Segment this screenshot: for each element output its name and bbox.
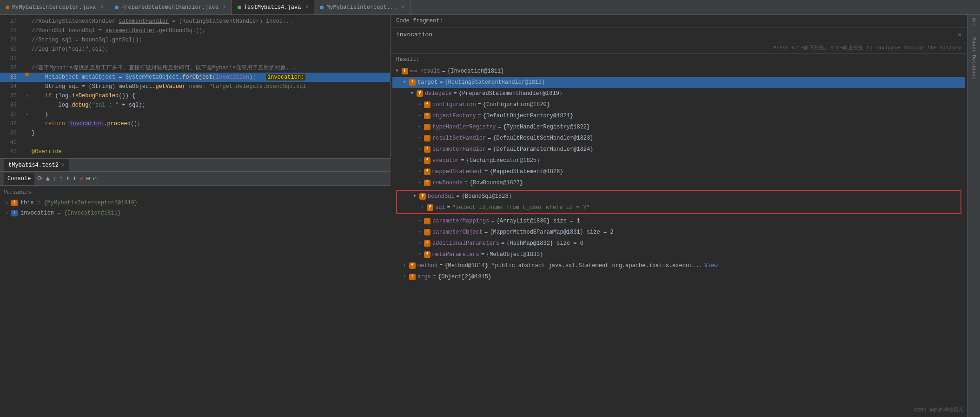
var-expand-invocation[interactable]: › bbox=[6, 211, 8, 216]
code-line-33: 33 MetaObject metaObject = SystemMetaObj… bbox=[0, 73, 390, 82]
tree-icon-parametermappings: f bbox=[424, 218, 430, 224]
tab-label-1: MyMybatisInterceptor.java bbox=[12, 4, 96, 11]
fragment-input-area[interactable]: invocation × bbox=[391, 27, 967, 42]
tree-expand-parameterhandler[interactable]: › bbox=[417, 144, 422, 155]
tree-expand-result[interactable]: ▼ bbox=[394, 66, 400, 76]
tree-item-target[interactable]: ▼ f target = {RoutingStatementHandler@18… bbox=[392, 77, 965, 88]
toolbar-download[interactable]: ↓ bbox=[53, 175, 56, 182]
tab-icon-2 bbox=[115, 6, 119, 9]
tree-item-method[interactable]: › f method = {Method@1814} *public abstr… bbox=[394, 260, 963, 271]
tree-icon-objectfactory: f bbox=[424, 113, 430, 119]
tree-icon-delegate: f bbox=[417, 90, 423, 97]
tree-icon-method: f bbox=[409, 262, 416, 269]
fragment-value: invocation bbox=[396, 31, 432, 38]
tree-item-parameterhandler[interactable]: › f parameterHandler = {DefaultParameter… bbox=[394, 144, 963, 155]
toolbar-down2[interactable]: ⬇ bbox=[73, 175, 76, 182]
toolbar-stop[interactable]: ▲ bbox=[46, 175, 49, 182]
tree-expand-args[interactable]: › bbox=[402, 272, 407, 282]
tree-icon-rowbounds: f bbox=[424, 180, 430, 186]
toolbar-rerun[interactable]: ⟳ bbox=[37, 175, 43, 182]
tree-expand-metaparameters[interactable]: › bbox=[417, 249, 422, 260]
code-line-37: 37 ⬦ } bbox=[0, 110, 390, 119]
tab-prepared-statement[interactable]: PreparedStatementHandler.java × bbox=[109, 0, 232, 14]
tree-item-args[interactable]: › f args = {Object[2]@1815} bbox=[394, 271, 963, 282]
toolbar-clear[interactable]: ✕ bbox=[79, 175, 83, 182]
result-tree[interactable]: ▼ f ∞∞ result = {Invocation@1811} ▼ f ta… bbox=[391, 66, 967, 417]
tab-mybatis-intercept[interactable]: MyMybatisIntercept... × bbox=[314, 0, 410, 14]
tab-close-3[interactable]: × bbox=[305, 5, 308, 10]
toolbar-wrap[interactable]: ↩ bbox=[93, 175, 96, 182]
tree-expand-mappedstatement[interactable]: › bbox=[417, 167, 422, 177]
variables-label: Variables bbox=[4, 189, 387, 195]
var-line-this[interactable]: › f this = {MyMybatisInterceptor2@1810} bbox=[4, 198, 387, 208]
tree-item-configuration[interactable]: › f configuration = {Configuration@1820} bbox=[394, 99, 963, 110]
tool-ant[interactable]: Ant bbox=[968, 17, 980, 28]
var-expand-this[interactable]: › bbox=[6, 201, 8, 206]
tab-close-2[interactable]: × bbox=[223, 5, 226, 10]
toolbar-upload[interactable]: ↑ bbox=[59, 175, 63, 182]
code-line-34: 34 String sql = (String) metaObject.getV… bbox=[0, 82, 390, 91]
tool-maven[interactable]: Maven bbox=[968, 39, 980, 50]
tree-expand-method[interactable]: › bbox=[402, 261, 407, 271]
tree-icon-args: f bbox=[409, 274, 416, 280]
right-panel: Code fragment: invocation × Press Alt+向下… bbox=[391, 15, 967, 417]
code-lines: 27 //RoutingStatementHandler satementHan… bbox=[0, 15, 390, 158]
tree-expand-configuration[interactable]: › bbox=[417, 100, 422, 110]
tree-expand-typehandler[interactable]: › bbox=[417, 122, 422, 132]
tree-icon-target: f bbox=[409, 79, 416, 86]
tree-expand-objectfactory[interactable]: › bbox=[417, 111, 422, 121]
tree-expand-delegate[interactable]: ▼ bbox=[409, 88, 415, 99]
tree-item-sql[interactable]: › f sql = "select id,name from t_user wh… bbox=[397, 202, 960, 213]
tab-close-1[interactable]: × bbox=[100, 5, 103, 10]
tool-database[interactable]: Database bbox=[968, 61, 980, 73]
red-box-boundsql: ▼ f boundSql = {BoundSql@1828} › f sql =… bbox=[396, 190, 961, 214]
tree-icon-parameterobject: f bbox=[424, 229, 430, 235]
code-line-39: 39 } bbox=[0, 128, 390, 138]
toolbar-up2[interactable]: ⬆ bbox=[66, 175, 70, 182]
tree-item-additionalparameters[interactable]: › f additionalParameters = {HashMap@1832… bbox=[394, 238, 963, 249]
tree-item-rowbounds[interactable]: › f rowBounds = {RowBounds@1827} bbox=[394, 177, 963, 188]
nav-hint: Press Alt+向下箭头, Alt+向上箭头 to navigate thr… bbox=[391, 42, 967, 54]
tab-mybatis-interceptor[interactable]: MyMybatisInterceptor.java × bbox=[0, 0, 109, 14]
bottom-tab-close[interactable]: × bbox=[61, 162, 65, 168]
tree-item-parametermappings[interactable]: › f parameterMappings = {ArrayList@1830}… bbox=[394, 215, 963, 227]
tree-item-executor[interactable]: › f executor = {CachingExecutor@1825} bbox=[394, 155, 963, 166]
code-line-31: 31 bbox=[0, 54, 390, 63]
toolbar-grid[interactable]: ⊞ bbox=[86, 175, 90, 182]
result-header: Result: bbox=[391, 54, 967, 66]
tree-item-result[interactable]: ▼ f ∞∞ result = {Invocation@1811} bbox=[394, 66, 963, 77]
tree-item-delegate[interactable]: ▼ f delegate = {PreparedStatementHandler… bbox=[394, 88, 963, 99]
tree-expand-additionalparameters[interactable]: › bbox=[417, 238, 422, 249]
tree-item-mappedstatement[interactable]: › f mappedStatement = {MappedStatement@1… bbox=[394, 166, 963, 177]
tree-expand-resultsethandler[interactable]: › bbox=[417, 133, 422, 143]
fragment-close-btn[interactable]: × bbox=[958, 31, 961, 38]
breakpoint-marker bbox=[25, 73, 29, 76]
tree-item-resultsethandler[interactable]: › f resultSetHandler = {DefaultResultSet… bbox=[394, 133, 963, 144]
tree-item-metaparameters[interactable]: › f metaParameters = {MetaObject@1833} bbox=[394, 249, 963, 260]
code-line-40: 40 bbox=[0, 138, 390, 147]
tree-expand-boundsql[interactable]: ▼ bbox=[412, 191, 417, 202]
code-line-30: 30 //log.info("sql:",sql); bbox=[0, 45, 390, 54]
tree-expand-parametermappings[interactable]: › bbox=[417, 216, 422, 226]
tab-label-4: MyMybatisIntercept... bbox=[326, 4, 397, 11]
tree-icon-typehandler: f bbox=[424, 124, 430, 130]
tab-close-4[interactable]: × bbox=[402, 5, 404, 10]
var-line-invocation[interactable]: › f invocation = {Invocation@1811} bbox=[4, 208, 387, 218]
tree-expand-executor[interactable]: › bbox=[417, 155, 422, 166]
tree-item-boundsql[interactable]: ▼ f boundSql = {BoundSql@1828} bbox=[397, 191, 960, 202]
code-line-36: 36 log.debug("sql : " + sql); bbox=[0, 101, 390, 110]
tab-bar: MyMybatisInterceptor.java × PreparedStat… bbox=[0, 0, 980, 15]
main-area: 27 //RoutingStatementHandler satementHan… bbox=[0, 15, 980, 417]
tab-test-mybatis[interactable]: TestMybatis4.java × bbox=[232, 0, 314, 14]
console-tab[interactable]: Console bbox=[4, 173, 34, 185]
bottom-tab-test[interactable]: tMybatis4.test2 × bbox=[4, 159, 69, 171]
tree-expand-sql[interactable]: › bbox=[419, 202, 425, 213]
tree-expand-parameterobject[interactable]: › bbox=[417, 227, 422, 237]
tree-expand-rowbounds[interactable]: › bbox=[417, 178, 422, 188]
view-link[interactable]: View bbox=[704, 261, 718, 271]
tree-item-typehandler[interactable]: › f typeHandlerRegistry = {TypeHandlerRe… bbox=[394, 121, 963, 133]
tree-expand-target[interactable]: ▼ bbox=[402, 77, 407, 87]
tree-item-parameterobject[interactable]: › f parameterObject = {MapperMethod$Para… bbox=[394, 227, 963, 238]
tree-item-objectfactory[interactable]: › f objectFactory = {DefaultObjectFactor… bbox=[394, 110, 963, 121]
code-line-29: 29 //String sql = boundSql.getSql(); bbox=[0, 35, 390, 45]
